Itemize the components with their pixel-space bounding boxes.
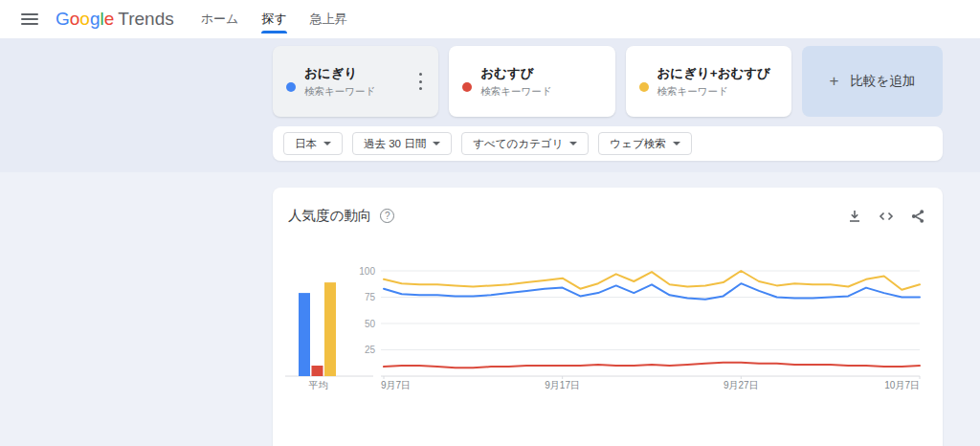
- add-comparison-button[interactable]: +比較を追加: [802, 46, 943, 117]
- nav-tab[interactable]: 探す: [250, 0, 298, 38]
- results-section: 人気度の動向 ?: [0, 172, 980, 446]
- filter-label: ウェブ検索: [610, 137, 665, 151]
- filter-time-dropdown[interactable]: 過去 30 日間: [352, 132, 452, 155]
- interest-over-time-card: 人気度の動向 ?: [273, 188, 943, 446]
- term-card[interactable]: おにぎり+おむすび検索キーワード: [626, 46, 791, 117]
- x-axis-tick-label: 9月7日: [381, 380, 411, 390]
- average-bar[interactable]: [312, 366, 323, 376]
- chevron-down-icon: [323, 142, 331, 145]
- plus-icon: +: [829, 72, 838, 91]
- chart-title: 人気度の動向: [288, 207, 371, 225]
- trends-chart-svg[interactable]: 100755025平均9月7日9月17日9月27日10月7日: [273, 236, 943, 428]
- term-subtitle: 検索キーワード: [480, 85, 551, 99]
- download-icon[interactable]: [847, 209, 862, 224]
- term-subtitle: 検索キーワード: [657, 85, 770, 99]
- average-bar[interactable]: [299, 293, 310, 376]
- term-title: おむすび: [480, 65, 551, 82]
- app-header: Google Trends ホーム探す急上昇: [0, 0, 980, 38]
- series-line-2[interactable]: [384, 271, 920, 290]
- hamburger-menu-icon[interactable]: [21, 13, 38, 25]
- term-card[interactable]: おむすび検索キーワード: [449, 46, 614, 117]
- app-logo[interactable]: Google Trends: [56, 9, 174, 30]
- explore-controls-section: おにぎり検索キーワードおむすび検索キーワードおにぎり+おむすび検索キーワード+比…: [0, 38, 980, 172]
- x-axis-tick-label: 10月7日: [884, 380, 920, 390]
- logo-google: Google: [56, 9, 114, 30]
- filter-search-type-dropdown[interactable]: ウェブ検索: [598, 132, 691, 155]
- series-color-dot: [286, 82, 296, 92]
- filter-geo-dropdown[interactable]: 日本: [283, 132, 343, 155]
- x-axis-tick-label: 9月27日: [724, 380, 759, 390]
- nav-tab[interactable]: ホーム: [189, 0, 251, 38]
- nav-tab[interactable]: 急上昇: [299, 0, 359, 38]
- y-axis-tick-label: 100: [359, 266, 375, 277]
- chevron-down-icon: [673, 142, 680, 145]
- chevron-down-icon: [433, 142, 440, 145]
- comparison-cards: おにぎり検索キーワードおむすび検索キーワードおにぎり+おむすび検索キーワード+比…: [273, 38, 943, 117]
- kebab-menu-icon[interactable]: [413, 73, 427, 90]
- y-axis-tick-label: 25: [365, 345, 376, 355]
- chevron-down-icon: [569, 142, 577, 145]
- main-nav: ホーム探す急上昇: [189, 0, 359, 38]
- average-label: 平均: [309, 380, 328, 390]
- series-line-1[interactable]: [384, 363, 920, 368]
- filter-label: すべてのカテゴリ: [473, 137, 563, 151]
- y-axis-tick-label: 75: [365, 292, 376, 302]
- series-color-dot: [639, 82, 649, 92]
- filter-label: 過去 30 日間: [364, 137, 426, 151]
- filter-category-dropdown[interactable]: すべてのカテゴリ: [461, 132, 589, 155]
- help-icon[interactable]: ?: [380, 209, 394, 223]
- add-comparison-label: 比較を追加: [850, 73, 915, 90]
- average-bar[interactable]: [324, 282, 336, 376]
- embed-icon[interactable]: [879, 209, 894, 224]
- y-axis-tick-label: 50: [365, 319, 376, 329]
- term-subtitle: 検索キーワード: [304, 85, 375, 99]
- term-card[interactable]: おにぎり検索キーワード: [273, 46, 438, 117]
- filters-bar: 日本過去 30 日間すべてのカテゴリウェブ検索: [273, 126, 943, 161]
- filter-label: 日本: [295, 137, 317, 151]
- term-title: おにぎり: [304, 65, 375, 82]
- series-color-dot: [462, 82, 472, 92]
- x-axis-tick-label: 9月17日: [545, 380, 580, 390]
- logo-trends: Trends: [118, 9, 173, 30]
- term-title: おにぎり+おむすび: [657, 65, 770, 82]
- share-icon[interactable]: [910, 209, 925, 224]
